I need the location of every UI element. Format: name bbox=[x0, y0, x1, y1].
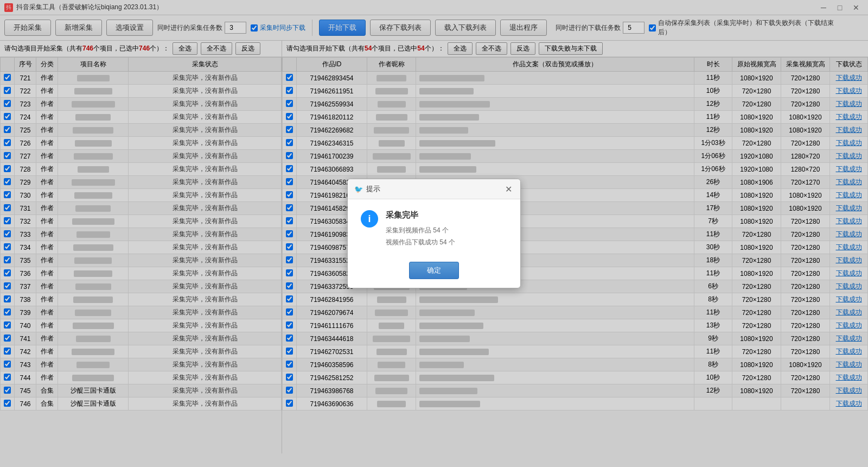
dialog-title-icon: 🐦 bbox=[354, 185, 363, 193]
dialog-info-icon: i bbox=[361, 210, 378, 228]
dialog-sub-text: 采集到视频作品 54 个 视频作品下载成功 54 个 bbox=[386, 225, 507, 248]
dialog-overlay: 🐦 提示 ✕ i 采集完毕 采集到视频作品 54 个 视频作品下载成功 54 个… bbox=[0, 0, 868, 467]
dialog-line1: 采集到视频作品 54 个 bbox=[386, 225, 507, 237]
dialog-body: i 采集完毕 采集到视频作品 54 个 视频作品下载成功 54 个 bbox=[348, 199, 520, 257]
dialog-footer: 确定 bbox=[348, 257, 520, 288]
dialog-title-label: 提示 bbox=[366, 184, 380, 194]
dialog-title-text: 🐦 提示 bbox=[354, 184, 380, 194]
dialog-line2: 视频作品下载成功 54 个 bbox=[386, 237, 507, 249]
dialog-main-text: 采集完毕 bbox=[386, 210, 507, 220]
dialog-content: 采集完毕 采集到视频作品 54 个 视频作品下载成功 54 个 bbox=[386, 210, 507, 248]
dialog-close-button[interactable]: ✕ bbox=[503, 184, 514, 194]
dialog-box: 🐦 提示 ✕ i 采集完毕 采集到视频作品 54 个 视频作品下载成功 54 个… bbox=[347, 179, 521, 288]
dialog-title-bar: 🐦 提示 ✕ bbox=[348, 179, 520, 199]
dialog-ok-button[interactable]: 确定 bbox=[409, 262, 459, 279]
